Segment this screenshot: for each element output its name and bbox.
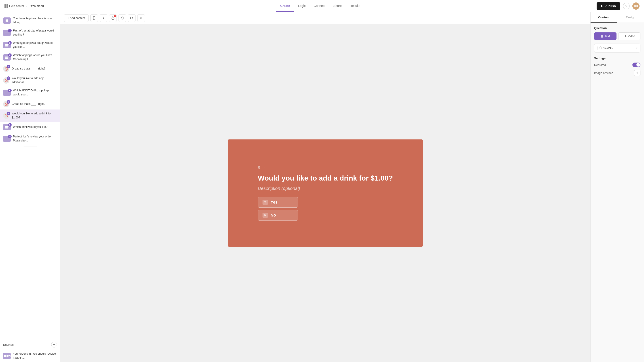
image-video-label: Image or video: [594, 71, 613, 75]
answer-yes-button[interactable]: Y Yes: [258, 197, 298, 208]
settings-button[interactable]: [137, 14, 145, 22]
item-num-10: 10: [8, 135, 12, 138]
breadcrumb-separator: ›: [26, 4, 26, 7]
item-text-3: Which toppings would you like? Choose up…: [13, 53, 57, 61]
question-description[interactable]: Description (optional): [258, 186, 300, 191]
app-label[interactable]: Help center: [9, 4, 24, 7]
sidebar-divider: [24, 147, 37, 147]
dropdown-label: Yes/No: [603, 46, 612, 50]
code-button[interactable]: [128, 14, 136, 22]
sidebar-item-0[interactable]: Your favorite pizza place is now taking.…: [0, 14, 60, 26]
qtype-text-button[interactable]: Text: [594, 32, 616, 40]
help-button[interactable]: ?: [623, 3, 630, 9]
question-title[interactable]: Would you like to add a drink for $1.00?: [258, 174, 393, 182]
answer-options: Y Yes N No: [258, 197, 298, 221]
answer-key-no: N: [262, 213, 268, 218]
avatar[interactable]: RH: [632, 2, 640, 9]
svg-point-28: [141, 17, 142, 18]
app-home-link[interactable]: Help center: [4, 4, 24, 8]
item-num-4: 4: [7, 65, 10, 68]
item-text-5: Would you like to add any additional...: [12, 76, 57, 84]
svg-rect-32: [624, 35, 626, 37]
svg-marker-24: [103, 17, 104, 19]
svg-rect-21: [5, 355, 6, 357]
tab-create[interactable]: Create: [276, 0, 294, 12]
tab-connect[interactable]: Connect: [310, 0, 330, 12]
mobile-preview-button[interactable]: [90, 14, 98, 22]
svg-marker-33: [626, 36, 626, 37]
publish-button[interactable]: ▶ Publish: [596, 2, 620, 10]
question-section-label: Question: [594, 26, 640, 30]
tab-design[interactable]: Design: [618, 12, 644, 22]
svg-point-25: [112, 17, 114, 19]
item-icon-1: 1: [3, 30, 11, 36]
item-icon-10: 10: [3, 136, 11, 142]
item-text-1: First off, what size of pizza would you …: [13, 29, 57, 37]
timer-dot: [114, 15, 116, 17]
page-title: Pizza menu: [28, 4, 44, 7]
sidebar-ending-a[interactable]: A Your order's in! You should receive it…: [0, 350, 60, 362]
required-toggle[interactable]: [632, 62, 640, 67]
qtype-video-label: Video: [628, 35, 635, 38]
add-content-button[interactable]: + Add content: [64, 14, 88, 22]
item-icon-4: 🚫 4: [3, 66, 10, 72]
add-ending-button[interactable]: +: [51, 342, 57, 348]
block-icon: ⊘: [597, 46, 602, 50]
timer-button[interactable]: [109, 14, 117, 22]
refresh-button[interactable]: [118, 14, 126, 22]
answer-label-no: No: [270, 213, 276, 218]
sidebar-item-10[interactable]: 10 Perfect! Let's review your order. Piz…: [0, 132, 60, 145]
main-layout: Your favorite pizza place is now taking.…: [0, 12, 644, 362]
sidebar-item-1[interactable]: 1 First off, what size of pizza would yo…: [0, 26, 60, 39]
item-text-8: Would you like to add a drink for $1.00?: [12, 112, 57, 120]
ending-icon-a: A: [3, 353, 11, 359]
item-num-7: 7: [7, 100, 10, 104]
dropdown-left: ⊘ Yes/No: [597, 46, 612, 50]
answer-no-button[interactable]: N No: [258, 210, 298, 221]
image-video-row: Image or video +: [594, 70, 640, 76]
tab-logic[interactable]: Logic: [294, 0, 310, 12]
sidebar: Your favorite pizza place is now taking.…: [0, 12, 60, 362]
play-icon: ▶: [601, 4, 603, 7]
item-text-4: Great, so that's ___ , right?: [12, 67, 57, 71]
question-number: 8: [258, 166, 260, 170]
sidebar-item-6[interactable]: 6 Which ADDITIONAL toppings would you...: [0, 86, 60, 99]
tab-results[interactable]: Results: [346, 0, 364, 12]
sidebar-item-3[interactable]: 3 Which toppings would you like? Choose …: [0, 51, 60, 63]
endings-label: Endings: [3, 343, 14, 346]
required-row: Required: [594, 62, 640, 67]
item-num-6: 6: [8, 89, 12, 92]
item-text-0: Your favorite pizza place is now taking.…: [13, 16, 57, 24]
item-icon-2: 2: [3, 42, 11, 48]
question-canvas: 8 → Would you like to add a drink for $1…: [228, 139, 422, 247]
item-icon-3: 3: [3, 54, 11, 60]
sidebar-item-4[interactable]: 🚫 4 Great, so that's ___ , right?: [0, 63, 60, 74]
sidebar-item-7[interactable]: 🚫 7 Great, so that's ___ , right?: [0, 99, 60, 109]
item-icon-0: [3, 17, 11, 24]
sidebar-item-2[interactable]: 2 What type of pizza dough would you lik…: [0, 39, 60, 51]
answer-key-yes: Y: [262, 200, 268, 205]
questions-list: Your favorite pizza place is now taking.…: [0, 12, 60, 340]
play-preview-button[interactable]: [100, 14, 107, 22]
app-grid-icon: [4, 4, 8, 8]
nav-tabs: Create Logic Connect Share Results: [276, 0, 364, 12]
svg-rect-1: [7, 19, 8, 22]
ending-letter-a: A: [8, 355, 10, 357]
sidebar-item-5[interactable]: 🚫 5 Would you like to add any additional…: [0, 74, 60, 86]
add-image-button[interactable]: +: [634, 70, 640, 76]
toggle-knob: [636, 63, 640, 67]
question-arrow: →: [262, 166, 266, 170]
sidebar-item-9[interactable]: 9 Which drink would you like?: [0, 122, 60, 132]
item-icon-9: 9: [3, 124, 11, 130]
breadcrumb: Help center › Pizza menu: [4, 4, 44, 8]
sidebar-item-8[interactable]: 🚫 8 Would you like to add a drink for $1…: [0, 109, 60, 122]
svg-rect-20: [4, 355, 5, 357]
svg-line-27: [112, 16, 113, 17]
question-type-row: Text Video: [594, 32, 640, 40]
topbar: Help center › Pizza menu Create Logic Co…: [0, 0, 644, 12]
tab-share[interactable]: Share: [330, 0, 346, 12]
item-text-10: Perfect! Let's review your order. Pizza …: [13, 135, 57, 143]
question-type-dropdown[interactable]: ⊘ Yes/No ▾: [594, 43, 640, 52]
tab-content[interactable]: Content: [590, 12, 618, 22]
qtype-video-button[interactable]: Video: [618, 32, 641, 40]
